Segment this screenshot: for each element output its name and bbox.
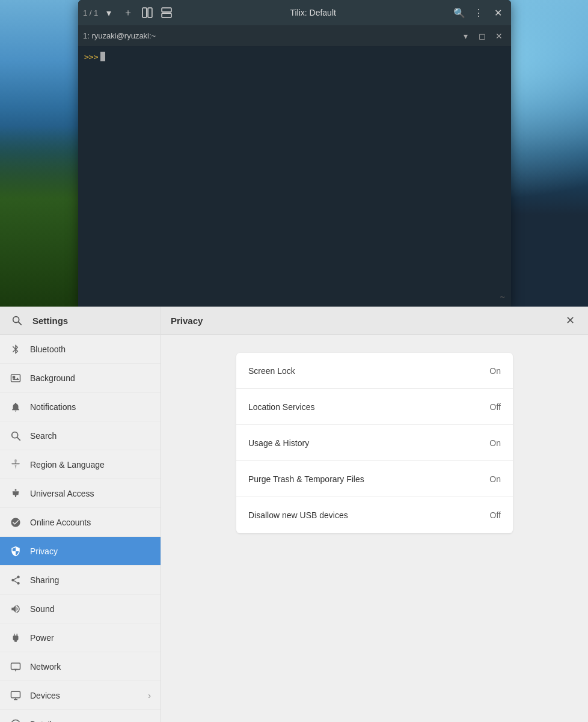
sidebar-item-online-accounts[interactable]: Online Accounts xyxy=(0,508,161,537)
svg-rect-7 xyxy=(13,376,16,379)
svg-rect-1 xyxy=(148,8,152,17)
terminal-area: 1 / 1 ▾ ＋ Tilix: Default 🔍 ⋮ ✕ 1: ryuzak… xyxy=(0,0,588,307)
svg-point-11 xyxy=(15,489,17,491)
tilix-window: 1 / 1 ▾ ＋ Tilix: Default 🔍 ⋮ ✕ 1: ryuzak… xyxy=(78,0,511,307)
add-tab-button[interactable]: ＋ xyxy=(120,4,136,21)
svg-rect-10 xyxy=(11,463,20,464)
privacy-item-usb-devices[interactable]: Disallow new USB devices Off xyxy=(236,497,513,533)
sidebar-online-label: Online Accounts xyxy=(30,518,151,527)
sidebar-notifications-label: Notifications xyxy=(30,402,151,412)
privacy-item-screen-lock[interactable]: Screen Lock On xyxy=(236,353,513,389)
sidebar-bluetooth-label: Bluetooth xyxy=(30,344,151,354)
sidebar-item-notifications[interactable]: Notifications xyxy=(0,393,161,421)
sidebar-privacy-label: Privacy xyxy=(30,546,151,556)
network-icon xyxy=(10,661,22,673)
sidebar-item-power[interactable]: Power xyxy=(0,623,161,652)
sidebar-header: Settings xyxy=(0,307,161,335)
search-icon xyxy=(10,430,22,442)
location-services-label: Location Services xyxy=(248,402,315,412)
notifications-icon xyxy=(10,401,22,413)
sidebar-sharing-label: Sharing xyxy=(30,575,151,585)
sidebar-item-devices[interactable]: Devices › xyxy=(0,681,161,710)
sidebar-item-search[interactable]: Search xyxy=(0,421,161,450)
universal-access-icon xyxy=(10,488,22,500)
terminal-content[interactable]: >>> ~ xyxy=(78,47,511,307)
background-icon xyxy=(10,372,22,384)
sidebar-title: Settings xyxy=(32,316,68,326)
location-services-value: Off xyxy=(490,402,501,412)
tilix-close-button[interactable]: ✕ xyxy=(489,4,506,21)
tab-indicator: 1 / 1 ▾ xyxy=(83,4,117,21)
sidebar-universal-label: Universal Access xyxy=(30,489,151,498)
sharing-icon xyxy=(10,574,22,586)
sidebar-details-label: Details xyxy=(30,720,139,723)
privacy-item-usage-history[interactable]: Usage & History On xyxy=(236,425,513,461)
content-header: Privacy ✕ xyxy=(161,307,588,335)
prompt-line: >>> xyxy=(84,52,505,61)
sidebar-background-label: Background xyxy=(30,373,151,383)
purge-trash-label: Purge Trash & Temporary Files xyxy=(248,474,364,484)
svg-rect-15 xyxy=(11,691,20,698)
svg-point-18 xyxy=(11,720,20,722)
details-icon xyxy=(10,718,22,723)
tab-dropdown-button[interactable]: ▾ xyxy=(100,4,117,21)
privacy-icon xyxy=(10,545,22,557)
sidebar-sound-label: Sound xyxy=(30,604,151,614)
settings-panel: Settings Bluetooth Background Notificati… xyxy=(0,307,588,722)
usage-history-label: Usage & History xyxy=(248,438,309,448)
privacy-item-purge-trash[interactable]: Purge Trash & Temporary Files On xyxy=(236,461,513,497)
region-icon xyxy=(10,459,22,471)
sidebar-power-label: Power xyxy=(30,633,151,643)
session-close-button[interactable]: ✕ xyxy=(492,29,506,43)
sidebar-item-sound[interactable]: Sound xyxy=(0,595,161,623)
main-content: Privacy ✕ Screen Lock On Location Servic… xyxy=(161,307,588,722)
purge-trash-value: On xyxy=(489,474,501,484)
privacy-item-location-services[interactable]: Location Services Off xyxy=(236,389,513,425)
svg-rect-12 xyxy=(11,663,20,670)
sidebar-item-region-language[interactable]: Region & Language xyxy=(0,450,161,479)
sidebar-item-privacy[interactable]: Privacy xyxy=(0,537,161,566)
sidebar-item-universal-access[interactable]: Universal Access xyxy=(0,479,161,508)
svg-rect-2 xyxy=(162,8,171,12)
usb-devices-value: Off xyxy=(490,510,501,520)
power-icon xyxy=(10,632,22,644)
tab-number: 1 / 1 xyxy=(83,8,98,17)
bluetooth-icon xyxy=(10,343,22,355)
online-accounts-icon xyxy=(10,516,22,528)
usage-history-value: On xyxy=(489,438,501,448)
svg-rect-0 xyxy=(142,8,147,17)
tilix-actions: 🔍 ⋮ ✕ xyxy=(451,4,506,21)
session-dropdown-button[interactable]: ▾ xyxy=(458,29,473,43)
devices-icon xyxy=(10,690,22,702)
content-title: Privacy xyxy=(171,316,203,326)
sound-icon xyxy=(10,603,22,615)
tilix-search-button[interactable]: 🔍 xyxy=(451,4,468,21)
terminal-tab-actions: ▾ ◻ ✕ xyxy=(458,29,506,43)
sidebar-item-sharing[interactable]: Sharing xyxy=(0,566,161,595)
content-close-button[interactable]: ✕ xyxy=(562,312,578,329)
sidebar-item-network[interactable]: Network xyxy=(0,652,161,681)
content-body: Screen Lock On Location Services Off Usa… xyxy=(161,335,588,722)
sidebar-network-label: Network xyxy=(30,662,151,672)
terminal-tab-bar: 1: ryuzaki@ryuzaki:~ ▾ ◻ ✕ xyxy=(78,25,511,47)
svg-line-9 xyxy=(17,437,20,440)
sidebar-search-label: Search xyxy=(30,431,151,441)
sidebar-item-bluetooth[interactable]: Bluetooth xyxy=(0,335,161,364)
split-horizontal-button[interactable] xyxy=(139,4,156,21)
screen-lock-label: Screen Lock xyxy=(248,366,295,376)
session-maximize-button[interactable]: ◻ xyxy=(475,29,489,43)
usb-devices-label: Disallow new USB devices xyxy=(248,510,348,520)
screen-lock-value: On xyxy=(489,366,501,376)
tilix-menu-button[interactable]: ⋮ xyxy=(470,4,487,21)
sidebar-search-button[interactable] xyxy=(7,311,26,330)
sidebar-item-background[interactable]: Background xyxy=(0,364,161,393)
cursor xyxy=(100,52,105,61)
svg-rect-3 xyxy=(162,13,171,17)
session-label: 1: ryuzaki@ryuzaki:~ xyxy=(83,31,453,40)
tilde-indicator: ~ xyxy=(500,292,505,302)
split-vertical-button[interactable] xyxy=(158,4,175,21)
sidebar-item-details[interactable]: Details › xyxy=(0,710,161,722)
tilix-title: Tilix: Default xyxy=(177,8,449,17)
sidebar-region-label: Region & Language xyxy=(30,460,151,470)
details-chevron-icon: › xyxy=(148,720,151,723)
